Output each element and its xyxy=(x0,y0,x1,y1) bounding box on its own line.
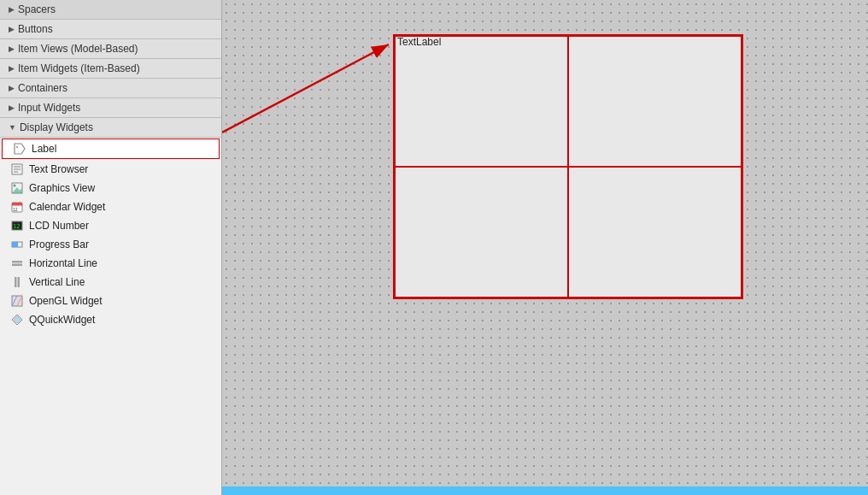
sidebar-item-text: Graphics View xyxy=(29,182,95,194)
sidebar-item-text-browser[interactable]: Text Browser xyxy=(0,160,221,179)
svg-marker-8 xyxy=(12,187,22,193)
svg-point-7 xyxy=(14,185,16,187)
progress-bar-icon xyxy=(10,238,24,251)
sidebar-item-label[interactable]: Label xyxy=(2,138,220,159)
chevron-down-icon: ▼ xyxy=(9,123,16,132)
qquick-icon xyxy=(10,313,24,327)
sidebar-item-text: Horizontal Line xyxy=(29,257,97,269)
sidebar-category-item-widgets[interactable]: ▶ Item Widgets (Item-Based) xyxy=(0,59,221,79)
chevron-right-icon: ▶ xyxy=(9,103,15,112)
chevron-right-icon: ▶ xyxy=(9,84,15,92)
category-label: Item Views (Model-Based) xyxy=(18,43,138,55)
widget-cell-tr xyxy=(568,36,742,167)
category-label: Display Widgets xyxy=(20,121,93,133)
sidebar-item-text: OpenGL Widget xyxy=(29,295,103,307)
canvas-area[interactable]: TextLabel xyxy=(222,0,868,495)
lcd-icon: 12 xyxy=(10,219,24,233)
widget-cell-bl xyxy=(395,167,568,298)
graphics-view-icon xyxy=(10,181,24,195)
widget-cell-br xyxy=(568,167,742,298)
sidebar-item-calendar-widget[interactable]: 12 Calendar Widget xyxy=(0,197,221,216)
svg-text:12: 12 xyxy=(13,223,20,230)
sidebar-item-text: Vertical Line xyxy=(29,276,85,288)
sidebar-category-buttons[interactable]: ▶ Buttons xyxy=(0,20,221,39)
widget-text-label: TextLabel xyxy=(397,36,441,48)
svg-rect-10 xyxy=(12,203,22,206)
chevron-right-icon: ▶ xyxy=(9,25,15,33)
canvas-widget-label[interactable] xyxy=(393,34,743,299)
svg-rect-24 xyxy=(12,296,22,306)
svg-text:12: 12 xyxy=(13,207,18,212)
chevron-right-icon: ▶ xyxy=(9,64,15,73)
chevron-right-icon: ▶ xyxy=(9,44,15,53)
widget-cell-tl xyxy=(395,36,568,167)
sidebar-category-display-widgets[interactable]: ▼ Display Widgets xyxy=(0,118,221,138)
sidebar-item-text: Progress Bar xyxy=(29,239,89,250)
sidebar-item-text: LCD Number xyxy=(29,220,89,232)
canvas-bottom-bar xyxy=(222,486,868,495)
horizontal-line-icon xyxy=(10,256,24,270)
sidebar-category-item-views[interactable]: ▶ Item Views (Model-Based) xyxy=(0,39,221,59)
sidebar-category-input-widgets[interactable]: ▶ Input Widgets xyxy=(0,98,221,118)
sidebar-item-lcd-number[interactable]: 12 LCD Number xyxy=(0,216,221,235)
category-label: Buttons xyxy=(18,23,53,35)
svg-marker-0 xyxy=(15,144,25,154)
sidebar-item-text: QQuickWidget xyxy=(29,314,95,326)
sidebar-item-label-text: Label xyxy=(32,143,56,155)
svg-rect-17 xyxy=(12,242,18,247)
chevron-right-icon: ▶ xyxy=(9,5,15,14)
sidebar-item-text: Text Browser xyxy=(29,163,88,175)
category-label: Input Widgets xyxy=(18,102,80,114)
sidebar-item-graphics-view[interactable]: Graphics View xyxy=(0,179,221,197)
calendar-icon: 12 xyxy=(10,200,24,214)
sidebar-item-progress-bar[interactable]: Progress Bar xyxy=(0,235,221,254)
tag-icon xyxy=(13,142,26,156)
sidebar-item-opengl-widget[interactable]: OpenGL Widget xyxy=(0,292,221,310)
category-label: Spacers xyxy=(18,3,56,15)
svg-point-1 xyxy=(16,146,18,148)
sidebar-item-vertical-line[interactable]: Vertical Line xyxy=(0,273,221,292)
sidebar-item-text: Calendar Widget xyxy=(29,201,105,213)
text-browser-icon xyxy=(10,162,24,176)
sidebar-item-qquick-widget[interactable]: QQuickWidget xyxy=(0,310,221,329)
sidebar-category-containers[interactable]: ▶ Containers xyxy=(0,79,221,98)
opengl-icon xyxy=(10,294,24,308)
vertical-line-icon xyxy=(10,275,24,289)
sidebar: ▶ Spacers ▶ Buttons ▶ Item Views (Model-… xyxy=(0,0,222,495)
sidebar-category-spacers[interactable]: ▶ Spacers xyxy=(0,0,221,20)
sidebar-item-horizontal-line[interactable]: Horizontal Line xyxy=(0,254,221,273)
category-label: Containers xyxy=(18,82,67,94)
category-label: Item Widgets (Item-Based) xyxy=(18,62,140,74)
